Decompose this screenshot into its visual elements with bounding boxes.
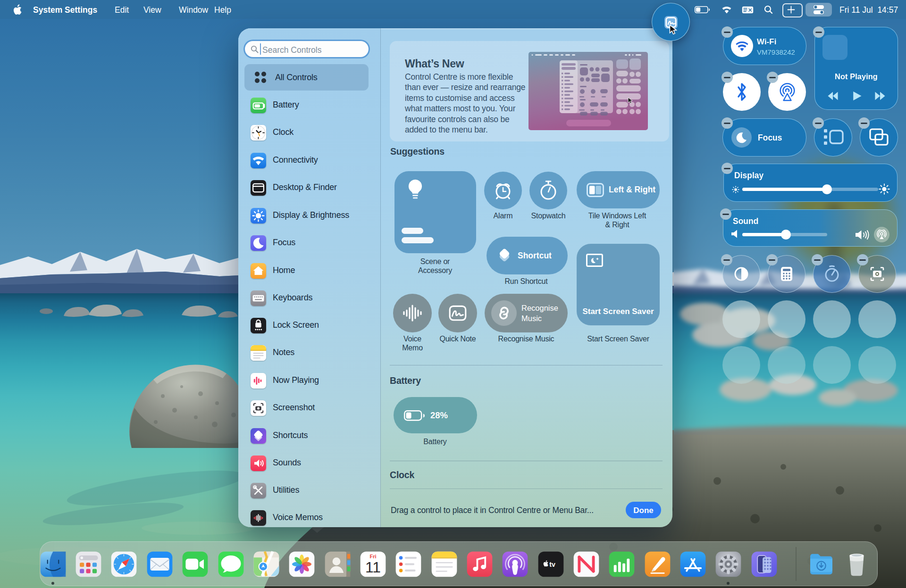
svg-text:tv: tv [549, 561, 555, 568]
svg-text:11: 11 [365, 559, 381, 576]
svg-text:Fri: Fri [370, 554, 377, 559]
